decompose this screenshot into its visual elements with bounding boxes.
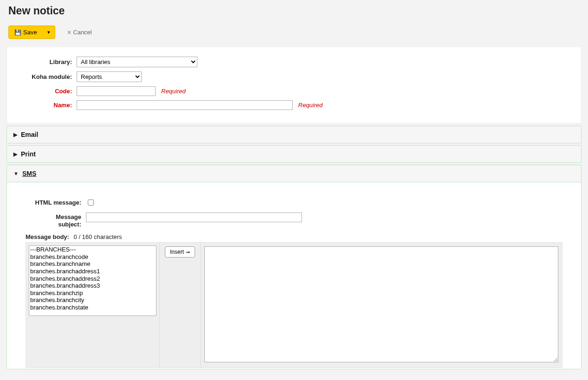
body-editor-grid: ---BRANCHES---branches.branchcodebranche… [26, 242, 562, 368]
field-option[interactable]: branches.branchzip [29, 290, 156, 297]
body-textarea[interactable] [204, 246, 558, 362]
library-select[interactable]: All libraries [77, 57, 197, 67]
section-print: ▶ Print [7, 145, 581, 163]
code-input[interactable] [77, 86, 156, 96]
library-label: Library: [12, 58, 72, 65]
field-option[interactable]: branches.branchaddress1 [29, 268, 156, 275]
name-input[interactable] [77, 100, 293, 110]
fields-list[interactable]: ---BRANCHES---branches.branchcodebranche… [29, 245, 157, 316]
cancel-button[interactable]: ✕ Cancel [64, 28, 94, 36]
field-option[interactable]: branches.branchstate [29, 304, 156, 311]
save-dropdown-button[interactable]: ▾ [43, 26, 55, 39]
chevron-right-icon: ▶ [13, 151, 17, 157]
form-panel: Library: All libraries Koha module: Repo… [7, 47, 581, 124]
section-sms-body: HTML message: Messagesubject: Message bo… [7, 182, 581, 369]
section-email-header[interactable]: ▶ Email [7, 126, 581, 143]
field-option[interactable]: branches.branchname [29, 260, 156, 268]
field-option[interactable]: branches.branchaddress2 [29, 275, 156, 283]
char-counter: 0 / 160 characters [74, 233, 122, 240]
module-label: Koha module: [12, 73, 72, 80]
name-required-text: Required [298, 102, 323, 109]
subject-input[interactable] [86, 213, 302, 222]
field-option[interactable]: branches.branchcode [29, 253, 156, 261]
save-button-label: Save [23, 29, 37, 36]
body-column [201, 243, 562, 367]
html-message-checkbox[interactable] [88, 200, 94, 206]
arrow-right-icon: ➞ [186, 249, 190, 255]
cancel-button-label: Cancel [73, 29, 91, 36]
section-email: ▶ Email [7, 126, 581, 143]
fields-column: ---BRANCHES---branches.branchcodebranche… [26, 243, 160, 367]
save-button[interactable]: 💾 Save [8, 26, 43, 39]
code-required-text: Required [161, 88, 186, 95]
subject-label: Messagesubject: [26, 213, 81, 228]
insert-button[interactable]: Insert ➞ [165, 246, 195, 258]
section-sms-title: SMS [22, 170, 36, 177]
insert-column: Insert ➞ [160, 243, 201, 367]
page-title: New notice [8, 5, 580, 17]
save-icon: 💾 [14, 29, 21, 36]
section-sms: ▼ SMS HTML message: Messagesubject: [7, 165, 581, 369]
section-print-title: Print [21, 150, 36, 158]
close-icon: ✕ [67, 29, 72, 36]
body-label: Message body: [26, 233, 69, 240]
toolbar: 💾 Save ▾ ✕ Cancel [8, 26, 580, 39]
caret-down-icon: ▾ [47, 29, 50, 35]
field-option[interactable]: branches.branchcity [29, 296, 156, 304]
field-option[interactable]: branches.branchaddress3 [29, 282, 156, 290]
html-message-label: HTML message: [26, 198, 81, 206]
name-label: Name: [12, 102, 72, 109]
section-sms-header[interactable]: ▼ SMS [7, 165, 581, 182]
code-label: Code: [12, 88, 72, 95]
subject-label-text: Messagesubject: [56, 213, 81, 228]
field-option[interactable]: ---BRANCHES--- [29, 246, 156, 253]
section-print-header[interactable]: ▶ Print [7, 146, 581, 162]
module-select[interactable]: Reports [77, 71, 142, 82]
insert-button-label: Insert [170, 249, 184, 255]
chevron-down-icon: ▼ [13, 171, 19, 176]
chevron-right-icon: ▶ [13, 132, 17, 138]
section-email-title: Email [21, 131, 38, 138]
